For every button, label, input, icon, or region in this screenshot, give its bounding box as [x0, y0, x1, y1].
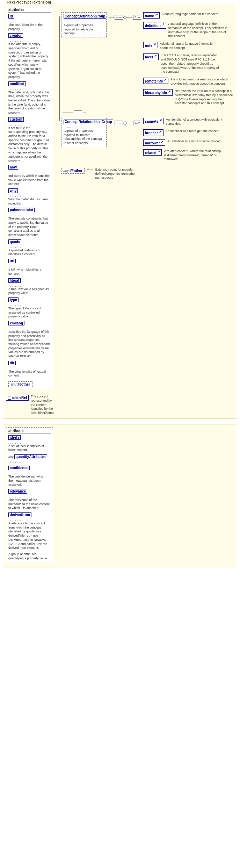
attr-derivedfrom-name[interactable]: derivedfrom [8, 512, 31, 517]
attr-confidence: confidence ........ The confidence with … [8, 466, 51, 487]
concept-rel-group-box: ConceptRelationshipsGroup ......... A gr… [61, 118, 107, 147]
attr-modified: modified ........ The date (and, optiona… [8, 81, 51, 115]
elem-remoteinfo-box[interactable]: remoteInfo ↗ [143, 78, 168, 84]
elem-definition-box[interactable]: definition ↗ [143, 22, 166, 28]
any-other-bottom-box: any ##other [61, 168, 85, 174]
attr-any-other: any ##other [8, 380, 51, 387]
attr-type-name[interactable]: type [8, 297, 19, 302]
concept-def-group-box: ConceptDefinitionGroup ......... A group… [61, 12, 107, 37]
attr-xmllang: xmllang ........ Specifies the language … [8, 321, 51, 359]
second-attributes-title: attributes [8, 429, 51, 434]
attr-dir-name[interactable]: dir [8, 361, 16, 365]
elem-name-box[interactable]: name ↗ [143, 12, 160, 19]
attr-modified-name[interactable]: modified [8, 81, 26, 86]
attr-id-desc: The local identifier of the property. [8, 23, 50, 31]
concept-def-row: ConceptDefinitionGroup ......... A group… [61, 12, 234, 108]
attr-other-box: any ##other [8, 381, 32, 387]
attr-why-name[interactable]: why [8, 188, 18, 193]
elem-note: note ↗ Additional natural language infor… [143, 42, 234, 50]
elem-facet: facet ↗ In NAR 1.9 and later, facet is d… [143, 53, 234, 74]
elem-broader-box[interactable]: broader ↗ [143, 129, 163, 136]
attr-uri: uri ........ a URI which identifies a co… [8, 259, 51, 276]
attr-id-name[interactable]: id [8, 14, 14, 19]
attr-type: type ........ The type of the concept as… [8, 297, 51, 319]
attr-dir: dir ........ The directionality of textu… [8, 361, 51, 378]
attr-creator-name[interactable]: creator [8, 33, 23, 38]
attr-relevance-name[interactable]: relevance [8, 489, 27, 494]
attr-idrefs-name[interactable]: idrefs [8, 435, 21, 440]
attr-quantify-name[interactable]: quantifyAttributes [14, 454, 47, 459]
attr-literal: literal ........ A free-text value assig… [8, 278, 51, 295]
def-group-connector: — — 0..∞ [109, 15, 141, 20]
attr-uri-name[interactable]: uri [8, 259, 16, 263]
rel-group-connector: — — 0..∞ [109, 121, 141, 125]
attr-confidence-name[interactable]: confidence [8, 466, 30, 470]
attr-list: id ........ The local identifier of the … [8, 14, 51, 378]
attr-custom-name[interactable]: custom [8, 117, 24, 122]
connector-bracket [59, 9, 60, 121]
inline-ref-icon [8, 396, 11, 400]
attributes-box: attributes id ........ The local identif… [6, 6, 53, 389]
elem-remoteinfo: remoteInfo ↗ A link to an item or a web … [143, 78, 234, 86]
attr-custom: custom ........ If set to true the corre… [8, 117, 51, 163]
inline-ref-desc: The concept represented by the content i… [31, 395, 57, 415]
attr-pubconstraint-name[interactable]: pubconstraint [8, 208, 35, 212]
concept-def-group-desc: A group of properties required to define… [64, 23, 104, 36]
attr-relevance: relevance ........ The relevance of the … [8, 489, 51, 510]
main-flex1prop-box: Flex1PropType (extension) attributes id … [3, 3, 237, 418]
attr-derivedfrom: derivedfrom ........ A reference to the … [8, 512, 51, 550]
concept-rel-row: ConceptRelationshipsGroup ......... A gr… [61, 118, 234, 164]
elem-sameas: sameAs ↗ An identifier of a concept with… [143, 118, 225, 126]
elem-note-box[interactable]: note ↗ [143, 42, 158, 48]
inline-ref-box[interactable]: inlineRef [6, 395, 29, 401]
elem-narrower-box[interactable]: narrower ↗ [143, 139, 166, 146]
attr-pubconstraint: pubconstraint ........ The security cons… [8, 208, 51, 237]
attributes-box-title: attributes [8, 8, 51, 13]
second-main-box: attributes idrefs ........ A set of loca… [3, 424, 237, 568]
inline-ref-label: inlineRef [12, 396, 27, 400]
attr-quantify: any quantifyAttributes ........ [8, 454, 51, 464]
concept-def-group-label[interactable]: ConceptDefinitionGroup [64, 14, 106, 19]
main-box-title: Flex1PropType (extension) [6, 0, 52, 4]
elem-sameas-box[interactable]: sameAs ↗ [143, 118, 164, 124]
outer-container: Flex1PropType (extension) attributes id … [0, 0, 240, 570]
middle-section: ConceptDefinitionGroup ......... A group… [59, 9, 234, 180]
second-box-bottom-desc: A group of attributes quantifying a prop… [8, 552, 51, 560]
attr-why: why ........ Why the metadata has been i… [8, 188, 51, 206]
concept-rel-group-desc: A group of properties required to indica… [64, 129, 104, 145]
middle-connector: — — [61, 110, 234, 115]
attr-qcode-name[interactable]: qcode [8, 239, 21, 244]
inline-ref-container: inlineRef The concept represented by the… [6, 395, 57, 415]
attr-qcode: qcode ........ A qualified code which id… [8, 239, 51, 257]
groups-col: ConceptDefinitionGroup ......... A group… [61, 9, 234, 180]
elem-narrower: narrower ↗ An identifier of a more speci… [143, 139, 225, 146]
concept-rel-group-label[interactable]: ConceptRelationshipsGroup [64, 120, 113, 124]
elem-hierarchyinfo-box[interactable]: hierarchyInfo ↗ [143, 89, 173, 95]
attr-how-name[interactable]: how [8, 165, 18, 170]
attr-xmllang-name[interactable]: xmllang [8, 321, 24, 325]
attr-idrefs: idrefs ........ A set of local identifie… [8, 435, 51, 452]
elem-broader: broader ↗ An identifier of a more generi… [143, 129, 225, 136]
def-right-elements: name ↗ A natural language name for the c… [143, 12, 234, 108]
elem-related: related ↗ A related concept, where the r… [143, 149, 225, 162]
attr-literal-name[interactable]: literal [8, 278, 21, 283]
attr-how: how ........ Indicates by which means th… [8, 165, 51, 186]
elem-name: name ↗ A natural language name for the c… [143, 12, 234, 19]
rel-right-elements: sameAs ↗ An identifier of a concept with… [143, 118, 225, 164]
elem-hierarchyinfo: hierarchyInfo ↗ Represents the position … [143, 89, 234, 106]
elem-related-box[interactable]: related ↗ [143, 149, 162, 156]
second-attributes-box: attributes idrefs ........ A set of loca… [6, 427, 53, 562]
attr-id-dots: ........ [8, 19, 51, 23]
any-other-bottom-row: any ##other 0..∞ Extension point for pro… [61, 168, 234, 180]
elem-facet-box[interactable]: facet ↗ [143, 53, 159, 60]
elem-definition: definition ↗ A natural language definiti… [143, 22, 234, 38]
attr-creator: creator ........ If the attribute is emp… [8, 33, 51, 79]
any-other-bottom-desc: Extension point for provider-defined pro… [95, 168, 141, 180]
attr-id: id ........ The local identifier of the … [8, 14, 51, 31]
